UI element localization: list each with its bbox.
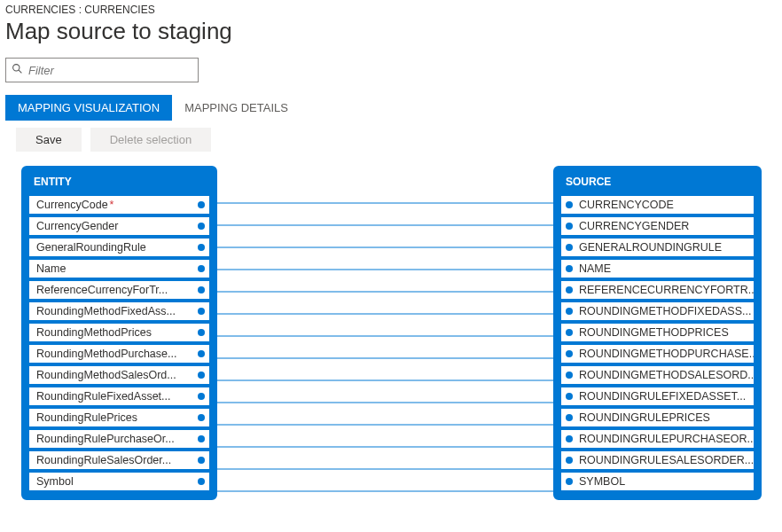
connector-dot-icon[interactable] (198, 393, 205, 400)
connector-dot-icon[interactable] (198, 286, 205, 293)
entity-field[interactable]: RoundingMethodSalesOrd... (28, 365, 210, 385)
entity-field-label: RoundingRulePurchaseOr... (36, 433, 175, 445)
source-field[interactable]: ROUNDINGMETHODSALESORD... (560, 365, 755, 385)
entity-field[interactable]: CurrencyGender (28, 216, 210, 236)
entity-field[interactable]: RoundingRuleSalesOrder... (28, 450, 210, 470)
source-box[interactable]: SOURCE CURRENCYCODECURRENCYGENDERGENERAL… (553, 166, 762, 500)
entity-field[interactable]: Name (28, 259, 210, 278)
source-header: SOURCE (557, 169, 758, 195)
connector-dot-icon[interactable] (198, 414, 205, 421)
entity-field-label: RoundingMethodPrices (36, 326, 152, 339)
entity-field-label: RoundingRuleFixedAsset... (36, 390, 170, 403)
entity-field-label: CurrencyCode (36, 199, 108, 211)
connector-dot-icon[interactable] (198, 435, 205, 442)
source-field[interactable]: CURRENCYCODE (560, 195, 755, 215)
connector-dot-icon[interactable] (566, 308, 573, 315)
entity-field-label: RoundingMethodFixedAss... (36, 305, 176, 317)
entity-field-label: ReferenceCurrencyForTr... (36, 284, 168, 296)
breadcrumb: CURRENCIES : CURRENCIES (5, 4, 777, 16)
connector-dot-icon[interactable] (566, 393, 573, 400)
connector-dot-icon[interactable] (198, 457, 205, 464)
source-field[interactable]: ROUNDINGRULEPURCHASEOR... (560, 429, 755, 449)
connector-dot-icon[interactable] (198, 244, 205, 251)
connector-dot-icon[interactable] (566, 414, 573, 421)
entity-header: ENTITY (25, 169, 214, 195)
connector-dot-icon[interactable] (566, 372, 573, 379)
filter-input[interactable] (28, 64, 192, 77)
source-field[interactable]: GENERALROUNDINGRULE (560, 238, 755, 257)
source-field[interactable]: ROUNDINGMETHODPRICES (560, 323, 755, 342)
source-field-label: ROUNDINGRULEFIXEDASSET... (579, 390, 746, 403)
connector-dot-icon[interactable] (198, 201, 205, 208)
connector-dot-icon[interactable] (198, 372, 205, 379)
source-field[interactable]: ROUNDINGRULEPRICES (560, 408, 755, 427)
source-field[interactable]: ROUNDINGRULEFIXEDASSET... (560, 387, 755, 406)
connector-dot-icon[interactable] (566, 478, 573, 485)
entity-field-label: RoundingRulePrices (36, 411, 137, 424)
connector-dot-icon[interactable] (566, 286, 573, 293)
connector-dot-icon[interactable] (198, 223, 205, 230)
connector-dot-icon[interactable] (566, 223, 573, 230)
filter-box[interactable] (5, 58, 199, 82)
source-field[interactable]: CURRENCYGENDER (560, 216, 755, 236)
entity-field-label: Name (36, 262, 66, 275)
entity-box[interactable]: ENTITY CurrencyCode *CurrencyGenderGener… (21, 166, 217, 500)
source-field-label: GENERALROUNDINGRULE (579, 241, 722, 254)
connector-dot-icon[interactable] (566, 329, 573, 336)
source-field-label: ROUNDINGRULESALESORDER... (579, 454, 754, 466)
entity-field[interactable]: CurrencyCode * (28, 195, 210, 215)
entity-field-label: RoundingRuleSalesOrder... (36, 454, 171, 466)
svg-point-0 (13, 65, 20, 71)
source-field-label: SYMBOL (579, 475, 625, 488)
required-marker: * (110, 199, 114, 211)
source-field[interactable]: REFERENCECURRENCYFORTR... (560, 280, 755, 300)
source-field-label: ROUNDINGRULEPRICES (579, 411, 710, 424)
source-field-label: CURRENCYCODE (579, 199, 674, 211)
entity-field[interactable]: RoundingMethodPurchase... (28, 344, 210, 364)
source-field[interactable]: ROUNDINGMETHODFIXEDASS... (560, 301, 755, 321)
source-field-label: CURRENCYGENDER (579, 220, 689, 232)
entity-field-label: CurrencyGender (36, 220, 118, 232)
connector-dot-icon[interactable] (198, 308, 205, 315)
source-field[interactable]: ROUNDINGRULESALESORDER... (560, 450, 755, 470)
connector-dot-icon[interactable] (566, 457, 573, 464)
tab-bar: MAPPING VISUALIZATION MAPPING DETAILS (5, 95, 777, 121)
connector-dot-icon[interactable] (566, 201, 573, 208)
save-button[interactable]: Save (16, 128, 82, 152)
connector-dot-icon[interactable] (198, 478, 205, 485)
connector-dot-icon[interactable] (198, 350, 205, 357)
connector-dot-icon[interactable] (566, 244, 573, 251)
source-field[interactable]: NAME (560, 259, 755, 278)
entity-field-label: Symbol (36, 475, 74, 488)
mapping-canvas: ENTITY CurrencyCode *CurrencyGenderGener… (21, 166, 782, 529)
source-field-label: ROUNDINGMETHODPRICES (579, 326, 729, 339)
entity-field[interactable]: RoundingMethodPrices (28, 323, 210, 342)
entity-field[interactable]: RoundingMethodFixedAss... (28, 301, 210, 321)
connector-dot-icon[interactable] (198, 265, 205, 272)
toolbar: Save Delete selection (16, 128, 777, 152)
entity-field[interactable]: RoundingRuleFixedAsset... (28, 387, 210, 406)
connector-dot-icon[interactable] (198, 329, 205, 336)
svg-line-1 (19, 70, 21, 73)
source-field-label: REFERENCECURRENCYFORTR... (579, 284, 755, 296)
tab-mapping-details[interactable]: MAPPING DETAILS (172, 95, 301, 121)
entity-field[interactable]: GeneralRoundingRule (28, 238, 210, 257)
connector-dot-icon[interactable] (566, 265, 573, 272)
connector-dot-icon[interactable] (566, 435, 573, 442)
source-field[interactable]: ROUNDINGMETHODPURCHASE... (560, 344, 755, 364)
entity-field[interactable]: Symbol (28, 472, 210, 491)
source-field[interactable]: SYMBOL (560, 472, 755, 491)
entity-field-label: GeneralRoundingRule (36, 241, 146, 254)
entity-field-label: RoundingMethodSalesOrd... (36, 369, 176, 381)
entity-field[interactable]: RoundingRulePrices (28, 408, 210, 427)
delete-selection-button: Delete selection (90, 128, 212, 152)
connector-dot-icon[interactable] (566, 350, 573, 357)
page-title: Map source to staging (5, 18, 777, 45)
entity-field[interactable]: RoundingRulePurchaseOr... (28, 429, 210, 449)
entity-field[interactable]: ReferenceCurrencyForTr... (28, 280, 210, 300)
entity-field-label: RoundingMethodPurchase... (36, 348, 176, 360)
source-field-label: ROUNDINGMETHODSALESORD... (579, 369, 755, 381)
tab-mapping-visualization[interactable]: MAPPING VISUALIZATION (5, 95, 172, 121)
source-field-label: NAME (579, 262, 611, 275)
search-icon (12, 63, 23, 77)
